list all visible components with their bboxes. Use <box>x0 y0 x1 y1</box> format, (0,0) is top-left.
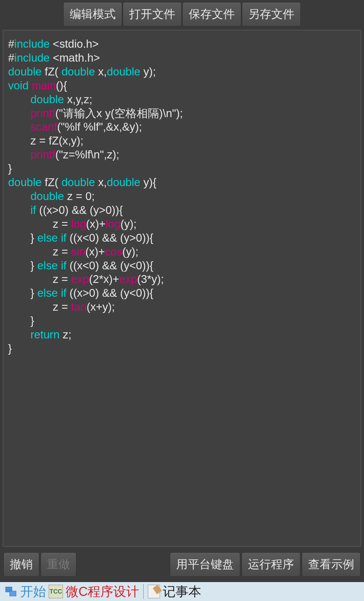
taskbar-app-microc[interactable]: 微C程序设计 <box>66 583 139 600</box>
tcc-app-icon[interactable]: TCC <box>49 585 63 598</box>
platform-keyboard-button[interactable]: 用平台键盘 <box>170 552 240 577</box>
edit-mode-button[interactable]: 编辑模式 <box>63 2 122 26</box>
code-editor[interactable]: #include <stdio.h> #include <math.h> dou… <box>3 30 361 547</box>
taskbar-divider <box>143 584 144 599</box>
start-button[interactable]: 开始 <box>20 583 46 600</box>
notepad-app-icon[interactable] <box>148 585 160 598</box>
bottom-toolbar: 撤销 重做 用平台键盘 运行程序 查看示例 <box>0 550 364 582</box>
view-examples-button[interactable]: 查看示例 <box>302 552 361 577</box>
open-file-button[interactable]: 打开文件 <box>123 2 182 26</box>
taskbar: 开始 TCC 微C程序设计 记事本 <box>0 582 364 601</box>
redo-button[interactable]: 重做 <box>41 552 76 577</box>
top-toolbar: 编辑模式 打开文件 保存文件 另存文件 <box>0 0 364 30</box>
save-as-button[interactable]: 另存文件 <box>242 2 301 26</box>
taskbar-app-notepad[interactable]: 记事本 <box>163 583 201 600</box>
run-program-button[interactable]: 运行程序 <box>242 552 300 577</box>
save-file-button[interactable]: 保存文件 <box>182 2 241 26</box>
code-content: #include <stdio.h> #include <math.h> dou… <box>8 37 356 356</box>
undo-button[interactable]: 撤销 <box>3 552 39 577</box>
start-icon[interactable] <box>4 585 18 598</box>
